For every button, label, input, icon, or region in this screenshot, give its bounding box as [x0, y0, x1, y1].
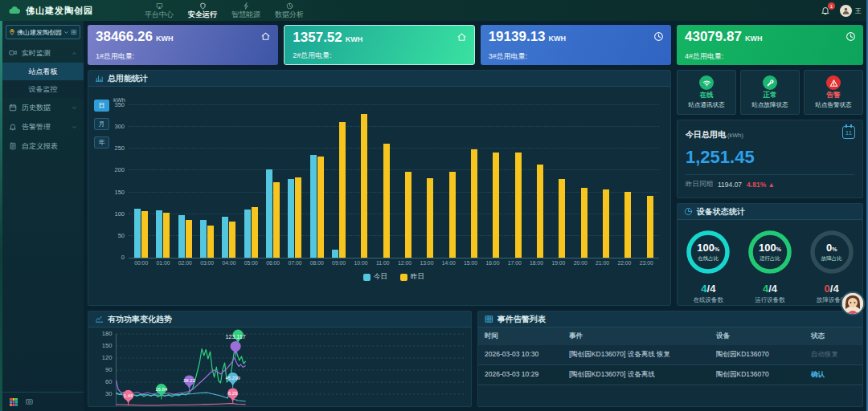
gauge-percent: 100%: [759, 242, 781, 254]
gauge-count-label: 运行设备数: [755, 296, 785, 304]
tile-label: 站点故障状态: [752, 101, 788, 109]
bar-group-06:00: [262, 169, 284, 258]
x-tick: 04:00: [218, 260, 240, 266]
sidebar-subitem-2[interactable]: 设备监控: [2, 80, 84, 98]
svg-text:60: 60: [105, 379, 112, 386]
svg-text:123.117: 123.117: [226, 334, 246, 340]
y-tick: 100: [114, 210, 125, 218]
event-text: [陶创园KD136070] 设备离线: [563, 365, 710, 385]
svg-text:150: 150: [102, 343, 113, 350]
period-button-日[interactable]: 日: [94, 100, 109, 112]
gauge-count: 0/4: [825, 283, 839, 295]
event-status[interactable]: 确认: [805, 365, 862, 385]
event-row-0[interactable]: 2026-03-03 10:30[陶创园KD136070] 设备离线 恢复陶创园…: [478, 345, 862, 365]
nav-item-3[interactable]: 数据分析: [275, 2, 304, 18]
location-pin-icon: [9, 29, 15, 35]
period-button-月[interactable]: 月: [94, 118, 109, 130]
yesterday-value: 1194.07: [718, 181, 742, 189]
assistant-avatar[interactable]: [841, 291, 865, 315]
tile-label: 站点通讯状态: [689, 101, 725, 109]
today-energy-title: 今日总用电: [686, 130, 726, 139]
bar-昨日: [427, 178, 433, 258]
clock-icon: [653, 31, 664, 42]
x-axis-labels: 00:0001:0002:0003:0004:0005:0006:0007:00…: [129, 260, 659, 266]
bar-group-02:00: [174, 215, 196, 258]
sidebar-item-0[interactable]: 实时监测: [2, 43, 84, 63]
sidebar-item-5[interactable]: 自定义报表: [2, 136, 84, 156]
menu-label: 实时监测: [22, 48, 51, 59]
bar-group-11:00: [372, 144, 394, 258]
bar-昨日: [493, 153, 499, 258]
gauge-percent: 100%: [697, 242, 719, 254]
bar-group-21:00: [592, 189, 613, 258]
bar-昨日: [449, 172, 456, 258]
svg-text:16.84: 16.84: [155, 387, 168, 392]
line-chart: 306090120150180156.79123.11745.29938.221…: [88, 328, 471, 406]
notifications-button[interactable]: 1: [821, 6, 830, 15]
bar-昨日: [252, 207, 258, 258]
menu-label: 设备监控: [29, 84, 58, 95]
screenshot-icon[interactable]: [25, 397, 34, 406]
power-trend-panel: 有功功率变化趋势 306090120150180156.79123.11745.…: [88, 311, 472, 407]
device-status-panel: 设备状态统计 100%在线占比4/4在线设备数100%运行占比4/4运行设备数0…: [677, 203, 863, 306]
svg-text:156.79: 156.79: [229, 328, 247, 328]
apps-grid-icon[interactable]: [9, 397, 18, 407]
event-row-1[interactable]: 2026-03-03 10:29[陶创园KD136070] 设备离线陶创园KD1…: [478, 365, 862, 385]
legend-今日[interactable]: 今日: [363, 272, 387, 282]
energy-stat-panel: 总用能统计 日月年 kWh 050100150200250300350 00:0…: [88, 70, 671, 306]
chevron-down-icon: [72, 105, 77, 111]
nav-label: 平台中心: [145, 10, 174, 18]
kpi-label: 1#总用电量:: [96, 51, 270, 62]
bar-今日: [244, 210, 251, 258]
bar-group-17:00: [504, 153, 526, 258]
energy-icon: [243, 2, 250, 10]
sidebar-subitem-1[interactable]: 站点看板: [2, 63, 84, 80]
bar-今日: [222, 217, 228, 258]
col-status: 状态: [805, 328, 862, 345]
bar-昨日: [207, 226, 214, 258]
x-tick: 12:00: [394, 260, 416, 266]
sidebar-menu: 实时监测站点看板设备监控历史数据告警管理自定义报表: [2, 43, 84, 156]
panel-title: 总用能统计: [108, 73, 148, 84]
kpi-value: 1357.52: [293, 30, 342, 46]
event-time: 2026-03-03 10:29: [478, 365, 563, 385]
kpi-label: 4#总用电量:: [685, 51, 855, 62]
svg-text:45.299: 45.299: [225, 376, 240, 380]
bar-group-13:00: [416, 178, 437, 258]
bar-group-07:00: [284, 177, 305, 258]
x-tick: 13:00: [416, 260, 437, 266]
period-buttons: 日月年: [94, 100, 109, 149]
nav-item-1[interactable]: 安全运行: [188, 2, 217, 18]
bar-今日: [288, 179, 294, 258]
user-menu[interactable]: 王: [840, 5, 862, 17]
bar-昨日: [317, 157, 324, 258]
user-name: 王: [855, 6, 862, 15]
x-tick: 16:00: [481, 260, 503, 266]
platform-icon: [156, 2, 163, 10]
today-energy-value: 1,251.45: [686, 147, 854, 168]
bar-昨日: [515, 153, 522, 258]
bar-group-14:00: [438, 172, 460, 258]
grid-icon[interactable]: [71, 29, 77, 35]
kpi-card-4: 43079.87KWH4#总用电量:: [677, 25, 863, 65]
bar-今日: [134, 209, 141, 258]
notification-badge: 1: [828, 2, 835, 10]
x-tick: 10:00: [350, 260, 371, 266]
site-selector-dropdown[interactable]: 佛山建发陶创园项目: [6, 25, 80, 39]
trend-icon: [95, 315, 104, 324]
legend-昨日[interactable]: 昨日: [400, 272, 424, 282]
sidebar-item-4[interactable]: 告警管理: [2, 117, 84, 136]
nav-item-0[interactable]: 平台中心: [145, 2, 174, 18]
wrench-icon: [763, 75, 777, 90]
nav-item-2[interactable]: 智慧能源: [231, 2, 260, 18]
period-button-年[interactable]: 年: [94, 136, 109, 149]
gauge-count-label: 在线设备数: [694, 296, 724, 304]
bar-group-22:00: [613, 192, 635, 258]
col-event: 事件: [563, 328, 710, 345]
x-tick: 08:00: [306, 260, 328, 266]
bar-chart-icon: [95, 74, 104, 83]
sidebar-item-3[interactable]: 历史数据: [2, 98, 84, 117]
bar-group-23:00: [636, 196, 657, 258]
bar-昨日: [603, 189, 609, 258]
calendar-day-icon[interactable]: 11: [842, 126, 855, 139]
